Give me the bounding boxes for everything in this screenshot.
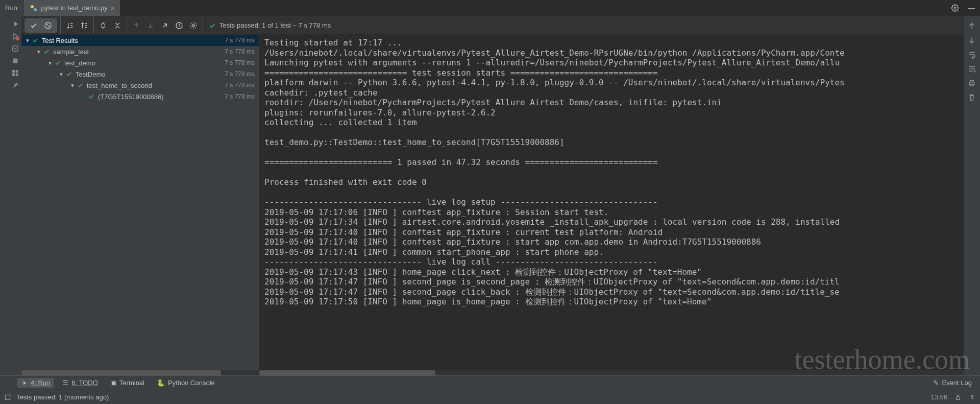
eventlog-icon: ✎ <box>933 379 939 387</box>
tree-row-time: 7 s 778 ms <box>225 59 255 66</box>
tree-row[interactable]: ▼test_home_to_second7 s 778 ms <box>21 80 259 91</box>
toolwin-terminal[interactable]: ▣ Terminal <box>106 378 149 388</box>
run-label: Run: <box>0 0 24 16</box>
test-passed-icon <box>32 37 39 44</box>
python-icon: 🐍 <box>157 379 165 387</box>
pin-icon[interactable] <box>11 81 20 90</box>
tree-row-label: sample_test <box>53 48 225 56</box>
toolwin-todo-label: 6: TODO <box>71 379 98 387</box>
tree-row-label: (T7G5T15519000886) <box>98 93 225 101</box>
tree-row[interactable]: (T7G5T15519000886)7 s 778 ms <box>21 91 259 102</box>
caret-icon[interactable]: ▼ <box>36 49 42 55</box>
tree-row-label: test_demo <box>64 59 225 67</box>
svg-rect-8 <box>12 74 15 76</box>
tree-row-time: 7 s 778 ms <box>225 93 255 100</box>
console-output[interactable]: Testing started at 17:17 ... /Users/nine… <box>259 35 964 370</box>
show-passed-toggle[interactable] <box>28 19 40 32</box>
export-results-icon[interactable] <box>159 19 171 32</box>
layout-icon[interactable] <box>11 68 20 78</box>
svg-point-12 <box>192 25 194 27</box>
tree-row-label: TestDemo <box>76 70 225 78</box>
test-passed-icon <box>54 59 61 66</box>
caret-icon[interactable]: ▼ <box>47 60 53 66</box>
test-passed-icon <box>43 48 50 55</box>
svg-rect-14 <box>5 395 10 399</box>
rerun-icon[interactable] <box>11 19 20 29</box>
bottom-toolbar: 4: Run ☰ 6: TODO ▣ Terminal 🐍 Python Con… <box>0 375 980 390</box>
svg-point-1 <box>34 8 37 11</box>
collapse-all-icon[interactable] <box>111 19 124 32</box>
toolwin-event-log[interactable]: ✎ Event Log <box>929 378 976 388</box>
run-tab-bar: Run: pytest in test_demo.py × — <box>0 0 980 16</box>
sort-duration-icon[interactable] <box>78 19 90 32</box>
rerun-failed-icon[interactable] <box>11 32 20 41</box>
scroll-up-icon[interactable] <box>967 21 976 31</box>
clear-icon[interactable] <box>967 93 976 102</box>
sort-alpha-icon[interactable] <box>64 19 76 32</box>
svg-rect-7 <box>16 70 18 73</box>
expand-all-icon[interactable] <box>97 19 109 32</box>
tree-row-time: 7 s 778 ms <box>225 82 255 89</box>
toggle-auto-test-icon[interactable] <box>11 44 20 53</box>
tree-row[interactable]: ▼test_demo7 s 778 ms <box>21 57 259 68</box>
tree-row[interactable]: ▼Test Results7 s 778 ms <box>21 35 259 46</box>
console-scrollbar[interactable] <box>259 370 964 375</box>
svg-rect-5 <box>13 59 18 63</box>
print-icon[interactable] <box>967 79 976 88</box>
test-passed-icon <box>65 70 72 78</box>
soft-wrap-icon[interactable] <box>967 50 976 59</box>
check-icon <box>208 21 216 30</box>
svg-rect-15 <box>957 397 960 399</box>
console-action-gutter <box>964 16 980 375</box>
run-gutter <box>0 16 21 375</box>
toolwin-run-label: 4: Run <box>31 379 50 387</box>
next-failed-icon[interactable] <box>144 19 157 32</box>
caret-icon[interactable]: ▼ <box>69 83 76 88</box>
tree-row-label: Test Results <box>42 37 225 44</box>
scroll-to-end-icon[interactable] <box>967 64 976 74</box>
tree-row-time: 7 s 778 ms <box>225 37 255 44</box>
toolwin-pyconsole-label: Python Console <box>168 379 215 387</box>
toolwin-terminal-label: Terminal <box>119 379 144 387</box>
tree-scrollbar[interactable] <box>21 370 259 375</box>
test-settings-icon[interactable] <box>187 19 200 32</box>
hector-icon[interactable] <box>969 394 976 401</box>
svg-point-3 <box>16 37 20 41</box>
test-passed-icon <box>88 93 95 100</box>
status-square-icon[interactable] <box>4 394 11 401</box>
settings-button[interactable] <box>947 0 963 16</box>
caret-icon[interactable]: ▼ <box>24 38 31 43</box>
tree-row[interactable]: ▼TestDemo7 s 778 ms <box>21 68 259 80</box>
test-tree-panel: ▼Test Results7 s 778 ms▼sample_test7 s 7… <box>21 35 259 375</box>
test-tree[interactable]: ▼Test Results7 s 778 ms▼sample_test7 s 7… <box>21 35 259 370</box>
toolwin-python-console[interactable]: 🐍 Python Console <box>153 378 219 388</box>
tree-row-time: 7 s 778 ms <box>225 70 255 78</box>
test-toolbar: Tests passed: 1 of 1 test – 7 s 778 ms <box>21 16 964 35</box>
run-tab-title: pytest in test_demo.py <box>41 4 107 12</box>
tree-row[interactable]: ▼sample_test7 s 778 ms <box>21 46 259 57</box>
pytest-icon <box>30 4 38 12</box>
status-message: Tests passed: 1 (moments ago) <box>16 393 109 401</box>
terminal-icon: ▣ <box>110 379 116 387</box>
test-passed-icon <box>77 82 84 89</box>
prev-failed-icon[interactable] <box>130 19 142 32</box>
show-ignored-toggle[interactable] <box>42 19 54 32</box>
svg-point-16 <box>971 395 973 397</box>
stop-icon[interactable] <box>11 56 20 65</box>
svg-rect-6 <box>12 70 15 73</box>
caret-icon[interactable]: ▼ <box>58 72 64 77</box>
status-time: 13:56 <box>930 393 947 401</box>
close-icon[interactable]: × <box>111 4 115 12</box>
tree-row-time: 7 s 778 ms <box>225 48 255 55</box>
status-bar: Tests passed: 1 (moments ago) 13:56 <box>0 390 980 404</box>
scroll-down-icon[interactable] <box>967 36 976 45</box>
toolwin-run[interactable]: 4: Run <box>17 378 54 388</box>
toolwin-todo[interactable]: ☰ 6: TODO <box>58 378 102 388</box>
svg-point-2 <box>954 7 956 9</box>
svg-rect-13 <box>970 82 974 85</box>
lock-icon[interactable] <box>954 394 962 401</box>
history-icon[interactable] <box>173 19 185 32</box>
svg-point-0 <box>31 5 34 8</box>
run-tab[interactable]: pytest in test_demo.py × <box>24 0 120 16</box>
minimize-button[interactable]: — <box>963 0 980 16</box>
